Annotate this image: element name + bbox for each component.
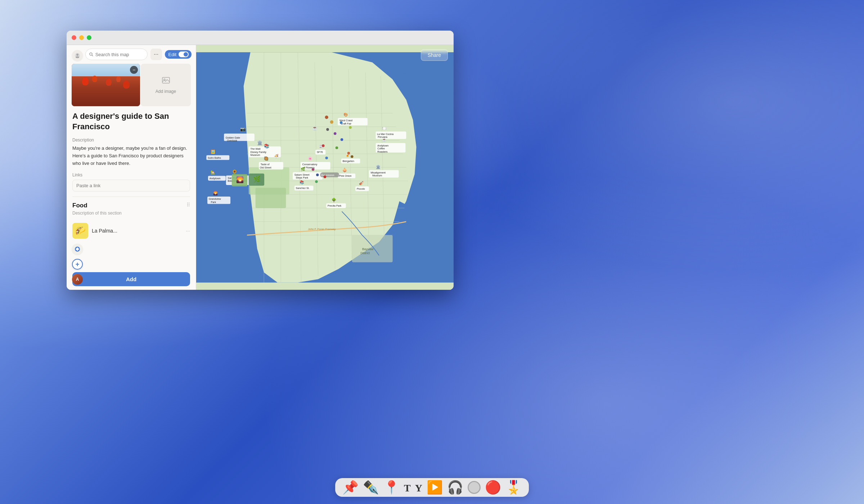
svg-rect-33 xyxy=(256,188,286,208)
svg-text:Bayview: Bayview xyxy=(362,247,374,251)
add-image-button[interactable]: Add image xyxy=(141,64,191,106)
svg-text:Sanchez St.: Sanchez St. xyxy=(296,187,310,189)
svg-text:🍽️: 🍽️ xyxy=(382,126,387,131)
svg-point-121 xyxy=(349,126,352,129)
svg-text:the mission: the mission xyxy=(321,174,334,176)
sidebar-toolbar: ··· Edit xyxy=(67,45,196,64)
svg-text:Saturn Street: Saturn Street xyxy=(294,174,310,176)
add-image-label: Add image xyxy=(156,89,176,94)
svg-text:📚: 📚 xyxy=(264,143,270,149)
food-section: Food ⠿ Description of this section 🌮 La … xyxy=(72,197,190,242)
description-text: Maybe you're a designer, maybe you're a … xyxy=(72,145,190,167)
svg-text:📷: 📷 xyxy=(240,126,246,132)
pen-icon: ✒️ xyxy=(363,481,379,494)
image-section: − Add image xyxy=(67,64,196,106)
svg-text:Grandview: Grandview xyxy=(209,198,221,200)
search-icon xyxy=(89,52,93,57)
description-label: Description xyxy=(72,138,190,143)
dock-item-ranger[interactable]: 🎖️ xyxy=(505,481,522,494)
remove-image-button[interactable]: − xyxy=(130,66,138,74)
record-icon: 🔴 xyxy=(485,481,501,494)
place-more-button[interactable]: ··· xyxy=(186,228,190,234)
svg-text:🌿: 🌿 xyxy=(253,175,261,183)
dock-item-audio[interactable]: 🎧 xyxy=(447,481,463,494)
svg-text:🌄: 🌄 xyxy=(236,176,244,184)
svg-text:Precita Park: Precita Park xyxy=(328,204,342,207)
svg-text:🎻: 🎻 xyxy=(359,181,364,185)
youtube-icon: ▶️ xyxy=(427,481,443,494)
svg-text:Andytown: Andytown xyxy=(377,144,388,147)
map-title: A designer's guide to San Francisco xyxy=(72,111,190,132)
dock-item-pen[interactable]: ✒️ xyxy=(363,481,379,494)
svg-text:🏛️: 🏛️ xyxy=(376,165,381,169)
svg-point-131 xyxy=(324,176,327,179)
svg-text:SF76: SF76 xyxy=(317,151,323,153)
svg-text:🥘: 🥘 xyxy=(264,156,269,161)
svg-text:Andytown: Andytown xyxy=(210,177,221,180)
svg-text:📚: 📚 xyxy=(300,180,304,185)
svg-text:🧅: 🧅 xyxy=(342,168,347,172)
links-label: Links xyxy=(72,172,190,177)
dock-item-record[interactable]: 🔴 xyxy=(485,481,501,494)
more-button[interactable]: ··· xyxy=(150,49,162,60)
drag-handle[interactable]: ⠿ xyxy=(186,202,190,208)
add-image-icon xyxy=(162,76,170,87)
svg-point-127 xyxy=(325,157,328,159)
ranger-icon: 🎖️ xyxy=(505,481,522,494)
svg-text:🌻: 🌻 xyxy=(232,169,238,175)
pin-icon: 📌 xyxy=(342,481,359,494)
dock-item-marker[interactable]: 📍 xyxy=(383,481,400,494)
map-area[interactable]: Share xyxy=(196,45,454,290)
fullscreen-button[interactable] xyxy=(87,35,91,40)
dock-item-pin[interactable]: 📌 xyxy=(342,481,359,494)
svg-rect-7 xyxy=(162,77,170,83)
close-button[interactable] xyxy=(72,35,76,40)
share-button[interactable]: Share xyxy=(421,49,448,61)
svg-point-130 xyxy=(315,180,318,183)
svg-text:🏛️: 🏛️ xyxy=(257,140,263,146)
sidebar: + A ··· Edit xyxy=(67,45,196,290)
link-input[interactable] xyxy=(72,180,190,192)
main-image: − xyxy=(72,64,140,106)
svg-text:🌸: 🌸 xyxy=(308,156,312,161)
svg-text:Sutro Baths: Sutro Baths xyxy=(208,157,221,159)
dock-item-shape[interactable] xyxy=(468,481,481,494)
svg-text:Taste of: Taste of xyxy=(261,163,270,166)
search-box[interactable] xyxy=(85,49,148,60)
shape-icon xyxy=(468,481,481,494)
dock-item-text-y[interactable]: Y xyxy=(415,482,422,494)
search-input[interactable] xyxy=(95,52,144,57)
svg-text:Steps Park: Steps Park xyxy=(296,176,309,179)
svg-point-124 xyxy=(336,147,338,149)
text-t-label: T xyxy=(404,482,411,494)
svg-point-123 xyxy=(341,138,343,141)
svg-text:🏡: 🏡 xyxy=(211,170,215,175)
svg-point-118 xyxy=(326,128,329,131)
add-button[interactable]: Add xyxy=(72,272,190,286)
svg-text:Roasters: Roasters xyxy=(377,150,388,153)
svg-text:Museum: Museum xyxy=(372,174,382,177)
edit-toggle[interactable]: Edit xyxy=(165,50,192,59)
svg-text:🌄: 🌄 xyxy=(213,191,218,195)
svg-text:John F. Foran Freeway: John F. Foran Freeway xyxy=(308,228,336,231)
toggle-switch xyxy=(179,51,189,57)
svg-text:🌳: 🌳 xyxy=(332,198,336,202)
browser-content: + A ··· Edit xyxy=(67,45,454,290)
dock-item-youtube[interactable]: ▶️ xyxy=(427,481,443,494)
browser-window: + A ··· Edit xyxy=(67,31,454,290)
food-header: Food ⠿ xyxy=(72,202,190,209)
svg-text:Misalignment: Misalignment xyxy=(371,171,386,174)
minimize-button[interactable] xyxy=(79,35,84,40)
place-item: 🌮 La Palma... ··· xyxy=(72,220,190,242)
title-bar xyxy=(67,31,454,45)
svg-text:Park: Park xyxy=(211,201,216,203)
svg-point-1 xyxy=(76,54,78,56)
profile-icon-button[interactable] xyxy=(72,50,83,61)
directions-icon-button[interactable] xyxy=(72,244,83,255)
svg-point-116 xyxy=(330,120,333,123)
audio-icon: 🎧 xyxy=(447,481,463,494)
bottom-dock: 📌 ✒️ 📍 T Y ▶️ 🎧 🔴 🎖️ xyxy=(335,478,529,497)
svg-point-122 xyxy=(322,144,325,147)
svg-point-125 xyxy=(347,152,350,155)
dock-item-text-t[interactable]: T xyxy=(404,482,411,494)
